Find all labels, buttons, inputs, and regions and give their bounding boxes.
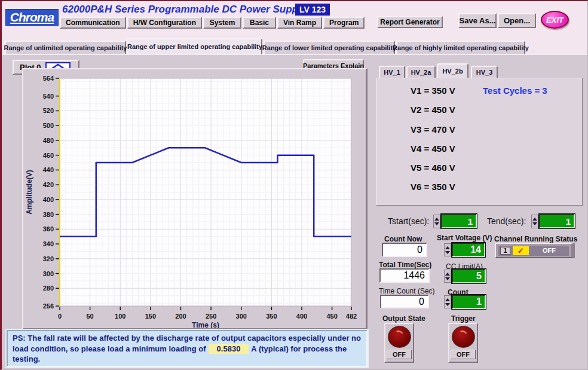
v6-value: V6 = 350 V xyxy=(411,182,455,192)
hv-values-panel: V1 = 350 V V2 = 450 V V3 = 470 V V4 = 45… xyxy=(376,78,583,206)
tab-range-lower-limited[interactable]: Range of lower limited operating capabil… xyxy=(264,41,395,54)
waveform-chart-panel: 2562803003203403603804004204404604805005… xyxy=(22,68,368,330)
svg-text:150: 150 xyxy=(145,313,156,320)
svg-text:320: 320 xyxy=(43,255,54,262)
v3-value: V3 = 470 V xyxy=(411,124,455,134)
open-button[interactable]: Open... xyxy=(498,13,536,28)
menu-basic[interactable]: Basic xyxy=(243,17,276,29)
start-voltage-input[interactable]: 14 xyxy=(452,243,485,257)
menu-program[interactable]: Program xyxy=(323,17,365,29)
output-state-value: OFF xyxy=(387,350,412,359)
version-badge: LV 123 xyxy=(295,4,330,16)
channel-running-status-widget[interactable]: 1 ✓ OFF xyxy=(495,243,575,258)
svg-text:400: 400 xyxy=(43,196,54,203)
menu-communication[interactable]: Communication xyxy=(60,17,126,29)
spinner-down-icon[interactable] xyxy=(445,303,450,306)
svg-text:300: 300 xyxy=(43,270,54,277)
app-window: Chroma 62000P&H Series Programmable DC P… xyxy=(0,0,588,370)
test-cycles-label: Test Cycles = 3 xyxy=(483,85,547,96)
start-voltage-label: Start Voltage (V) xyxy=(437,234,492,242)
svg-text:280: 280 xyxy=(43,285,54,292)
svg-text:100: 100 xyxy=(115,313,125,320)
output-state-label: Output State xyxy=(382,314,425,323)
svg-text:460: 460 xyxy=(43,152,54,159)
tend-input[interactable]: 1 xyxy=(539,214,575,228)
ps-note: PS: The fall rate will be affected by th… xyxy=(7,330,368,367)
svg-text:400: 400 xyxy=(296,313,307,320)
cc-limit-input[interactable]: 5 xyxy=(452,269,486,283)
trigger-value: OFF xyxy=(451,350,476,359)
svg-text:540: 540 xyxy=(43,93,54,100)
count-now-indicator: 0 xyxy=(382,243,427,257)
svg-text:0: 0 xyxy=(58,313,62,320)
v5-value: V5 = 460 V xyxy=(411,163,455,173)
svg-text:564: 564 xyxy=(43,75,54,82)
count-stepper[interactable] xyxy=(444,295,451,308)
spinner-down-icon[interactable] xyxy=(445,251,450,254)
tab-hv-2a[interactable]: HV_2a xyxy=(406,66,436,78)
tend-stepper[interactable] xyxy=(531,215,538,228)
menu-vin-ramp[interactable]: Vin Ramp xyxy=(277,17,322,29)
svg-text:Time (s): Time (s) xyxy=(192,321,219,328)
tstart-label: Tstart(sec): xyxy=(388,216,429,226)
trigger-label: Trigger xyxy=(451,314,476,323)
app-title: 62000P&H Series Programmable DC Power Su… xyxy=(62,4,307,16)
spinner-up-icon[interactable] xyxy=(532,218,537,221)
v2-value: V2 = 450 V xyxy=(411,105,455,115)
svg-text:480: 480 xyxy=(43,137,54,144)
tstart-stepper[interactable] xyxy=(433,215,440,228)
svg-text:Amplitude(V): Amplitude(V) xyxy=(25,170,33,215)
tab-hv-1[interactable]: HV_1 xyxy=(379,66,405,78)
chroma-logo: Chroma xyxy=(5,9,59,26)
cc-limit-stepper[interactable] xyxy=(444,270,451,283)
svg-text:450: 450 xyxy=(326,313,337,320)
exit-button[interactable]: EXIT xyxy=(541,11,569,29)
output-state-button[interactable]: OFF xyxy=(384,323,414,363)
tstart-input[interactable]: 1 xyxy=(441,214,477,228)
trigger-button[interactable]: OFF xyxy=(448,323,478,363)
report-generator-button[interactable]: Report Generator xyxy=(377,16,443,28)
trigger-knob-icon xyxy=(452,326,475,348)
v1-value: V1 = 350 V xyxy=(411,85,455,96)
menu-bar: Communication H/W Configuration System B… xyxy=(60,17,365,29)
ps-note-highlight-value: 0.5830 xyxy=(209,344,249,354)
spinner-up-icon[interactable] xyxy=(445,246,450,249)
count-now-label: Count Now xyxy=(384,235,422,243)
tab-hv-3[interactable]: HV_3 xyxy=(471,66,498,78)
output-state-knob-icon xyxy=(388,326,411,348)
spinner-up-icon[interactable] xyxy=(445,298,450,301)
tab-range-highly-limited[interactable]: Range of highly limited operating capabi… xyxy=(396,41,525,54)
tab-range-unlimited[interactable]: Range of unlimited operating capability xyxy=(5,41,126,54)
total-time-label: Total Time(Sec) xyxy=(379,261,431,269)
count-input[interactable]: 1 xyxy=(452,295,486,309)
spinner-down-icon[interactable] xyxy=(532,222,537,225)
svg-text:440: 440 xyxy=(43,166,54,173)
channel-running-status-label: Channel Running Status xyxy=(494,235,577,243)
start-voltage-stepper[interactable] xyxy=(444,243,451,256)
svg-text:300: 300 xyxy=(236,313,247,320)
spinner-down-icon[interactable] xyxy=(434,222,439,225)
svg-text:520: 520 xyxy=(43,107,54,114)
svg-text:482: 482 xyxy=(346,313,357,320)
channel-status-bar: 1 ✓ OFF xyxy=(498,246,569,256)
tab-hv-2b[interactable]: HV_2b xyxy=(437,63,468,78)
spinner-down-icon[interactable] xyxy=(445,277,450,280)
svg-text:420: 420 xyxy=(43,181,54,188)
tab-range-upper-limited[interactable]: Range of upper limited operating capabil… xyxy=(127,38,262,54)
check-icon: ✓ xyxy=(513,246,529,255)
svg-text:350: 350 xyxy=(266,313,277,320)
v4-value: V4 = 450 V xyxy=(411,143,455,154)
channel-number: 1 xyxy=(500,247,510,255)
spinner-up-icon[interactable] xyxy=(434,218,439,221)
save-as-button[interactable]: Save As... xyxy=(458,13,497,28)
menu-hw-configuration[interactable]: H/W Configuration xyxy=(127,17,202,29)
spinner-up-icon[interactable] xyxy=(445,273,450,276)
svg-text:50: 50 xyxy=(86,313,93,320)
svg-text:360: 360 xyxy=(43,225,54,233)
svg-text:200: 200 xyxy=(175,313,186,320)
menu-system[interactable]: System xyxy=(203,17,241,29)
svg-text:340: 340 xyxy=(43,240,54,247)
time-count-indicator: 0 xyxy=(380,295,429,308)
svg-text:256: 256 xyxy=(43,302,54,310)
svg-text:380: 380 xyxy=(43,211,54,218)
